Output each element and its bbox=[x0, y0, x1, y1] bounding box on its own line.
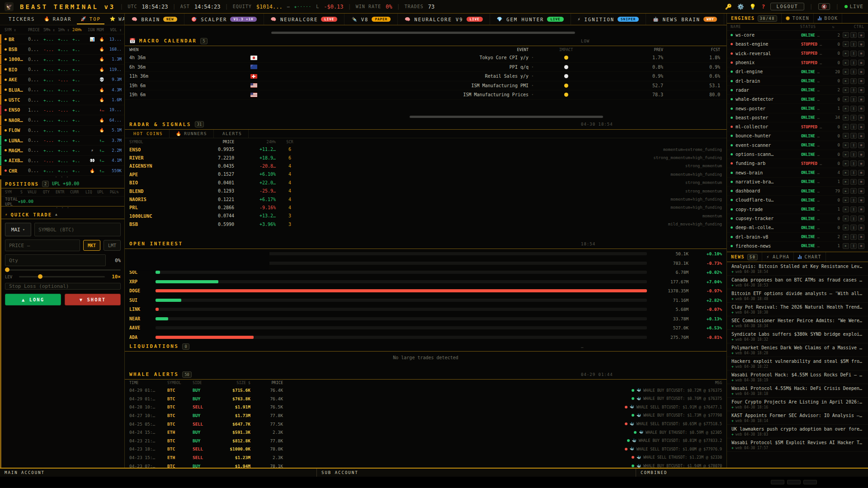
pause-button[interactable]: ∥ bbox=[850, 170, 857, 176]
mute-button[interactable]: 🔇 bbox=[818, 3, 830, 10]
stop-loss-input[interactable] bbox=[5, 283, 121, 290]
stop-button[interactable]: ■ bbox=[858, 115, 864, 121]
news-item[interactable]: Analysis: Bitcoin Stalled at Key Resista… bbox=[727, 262, 868, 276]
stop-button[interactable]: ■ bbox=[858, 78, 864, 84]
hot-coin-row[interactable]: RIVER 7.2210 +18.9… 6 strong_momentum+hi… bbox=[125, 154, 726, 162]
tab-engines[interactable]: ENGINES 30/48 bbox=[727, 14, 782, 23]
ticker-row[interactable]: USTC 0... +... +... +.. 🔥 1.6M bbox=[0, 95, 124, 105]
engine-row[interactable]: radar ONLINE … 2 ▶ ∥ ■ bbox=[727, 86, 868, 95]
open-interest-row[interactable]: DOGE 1378.35M -0.97% bbox=[125, 286, 726, 296]
pause-button[interactable]: ∥ bbox=[850, 32, 857, 38]
pause-button[interactable]: ∥ bbox=[850, 179, 857, 185]
engine-row[interactable]: whale-detector ONLINE … 0 ▶ ∥ ■ bbox=[727, 95, 868, 104]
account-tab-combined[interactable]: COMBINED bbox=[636, 469, 868, 477]
ticker-row[interactable]: CHR 0... +... +... +.. 🔥 ↑… 559K bbox=[0, 166, 124, 176]
sidebar-tab[interactable]: 🚀 TOP bbox=[77, 14, 104, 24]
pause-button[interactable]: ∥ bbox=[850, 142, 857, 148]
stop-button[interactable]: ■ bbox=[858, 106, 864, 112]
market-order-button[interactable]: MKT bbox=[83, 240, 100, 251]
play-button[interactable]: ▶ bbox=[843, 188, 849, 194]
stop-button[interactable]: ■ bbox=[858, 197, 864, 203]
engine-row[interactable]: dashboard ONLINE … 79 ▶ ∥ ■ bbox=[727, 187, 868, 196]
sidebar-tab[interactable]: TICKERS bbox=[3, 14, 38, 24]
stop-button[interactable]: ■ bbox=[858, 60, 864, 66]
play-button[interactable]: ▶ bbox=[843, 197, 849, 203]
help-icon[interactable]: ? bbox=[762, 3, 765, 10]
macro-event-row[interactable]: 19h 6m ISM Manufacturing PMI ⋆ 52.7 53.1 bbox=[125, 81, 726, 91]
ticker-row[interactable]: BIO 0... +... +... +.. 🔥 119.. bbox=[0, 65, 124, 75]
horizontal-scrollbar[interactable] bbox=[410, 116, 603, 118]
stop-button[interactable]: ■ bbox=[858, 124, 864, 130]
gear-icon[interactable]: ⚙️ bbox=[737, 4, 744, 10]
ticker-row[interactable]: MAGM… 0... +... +... +.. ⚡ ↑… 2.2M bbox=[0, 145, 124, 155]
pause-button[interactable]: ∥ bbox=[850, 60, 857, 66]
collapse-icon[interactable]: ▲ bbox=[55, 212, 57, 216]
whale-alert-row[interactable]: 04-28 10:… BTC SELL $1.91M 76.5K 🐳WHALE … bbox=[125, 403, 726, 412]
stop-button[interactable]: ■ bbox=[858, 179, 864, 185]
hot-coin-row[interactable]: ENSO 0.9935 +11.2… 6 momentum+extreme_fu… bbox=[125, 145, 726, 154]
engine-row[interactable]: drl-brain ONLINE … 0 ▶ ∥ ■ bbox=[727, 76, 868, 85]
play-button[interactable]: ▶ bbox=[843, 32, 849, 38]
slider-handle[interactable] bbox=[38, 274, 42, 279]
nav-tab[interactable]: 🧠 BRAIN NEW bbox=[125, 14, 184, 25]
tab-alpha[interactable]: ⚡ ALPHA bbox=[762, 252, 794, 262]
pause-button[interactable]: ∥ bbox=[850, 243, 857, 249]
pause-button[interactable]: ∥ bbox=[850, 188, 857, 194]
taskbar-button[interactable] bbox=[771, 480, 784, 484]
stop-button[interactable]: ■ bbox=[858, 87, 864, 93]
engine-row[interactable]: news-poster ONLINE … 1 ▶ ∥ ■ bbox=[727, 104, 868, 113]
quantity-input[interactable] bbox=[5, 254, 106, 266]
col-1h[interactable]: 1H% ↕ bbox=[58, 28, 72, 32]
nav-tab[interactable]: 🎯 SCALPER V1.3 +1H bbox=[184, 14, 264, 25]
whale-alert-row[interactable]: 04-25 05:… BTC SELL $647.7K 77.5K 🐳WHALE… bbox=[125, 420, 726, 428]
pause-button[interactable]: ∥ bbox=[850, 160, 857, 166]
radar-tab[interactable]: HOT COINS bbox=[125, 130, 170, 138]
hot-coin-row[interactable]: AIGENSYN 0.0435 -20.8… 4 strong_momentum bbox=[125, 162, 726, 170]
macro-event-row[interactable]: 19h 6m ISM Manufacturing Prices ⋆ 78.3 8… bbox=[125, 90, 726, 100]
play-button[interactable]: ▶ bbox=[843, 106, 849, 112]
whale-alert-row[interactable]: 04-29 01:… BTC BUY $715.6K 76.4K 🐳WHALE … bbox=[125, 386, 726, 394]
ticker-row[interactable]: FLOW 0... +... +... +.. 🔥 5.1M bbox=[0, 126, 124, 136]
engine-row[interactable]: copy-trade ONLINE … 1 ▶ ∥ ■ bbox=[727, 205, 868, 214]
play-button[interactable]: ▶ bbox=[843, 151, 849, 157]
whale-alert-row[interactable]: 04-24 15:… ETH BUY $591.3K 2.3K 🐳WHALE B… bbox=[125, 428, 726, 436]
bulb-icon[interactable]: 💡 bbox=[750, 4, 756, 10]
news-item[interactable]: Polymarket Denies Dark Web Claims of a M… bbox=[727, 343, 868, 357]
engine-row[interactable]: ml-collector STOPPED … 0 ▶ ∥ ■ bbox=[727, 122, 868, 131]
pause-button[interactable]: ∥ bbox=[850, 115, 857, 121]
play-button[interactable]: ▶ bbox=[843, 60, 849, 66]
account-tab-main[interactable]: MAIN ACCOUNT bbox=[0, 469, 316, 477]
pause-button[interactable]: ∥ bbox=[850, 151, 857, 157]
whale-alert-row[interactable]: 04-23 15:… ETH SELL $1.23M 2.3K 🐳WHALE S… bbox=[125, 453, 726, 462]
ticker-row[interactable]: BLUA… 0... +... +... +.. 🔥 4.3M bbox=[0, 85, 124, 95]
news-item[interactable]: Wasabi Protocol $5M Exploit Revives AI H… bbox=[727, 438, 868, 452]
play-button[interactable]: ▶ bbox=[843, 179, 849, 185]
stop-button[interactable]: ■ bbox=[858, 96, 864, 102]
engine-row[interactable]: ws-core ONLINE … 2 ▶ ∥ ■ bbox=[727, 31, 868, 40]
nav-tab[interactable]: ⚡ IGNITION SNIPER bbox=[571, 14, 646, 25]
pause-button[interactable]: ∥ bbox=[850, 96, 857, 102]
tab-chart[interactable]: CHART bbox=[794, 252, 826, 262]
stop-button[interactable]: ■ bbox=[858, 142, 864, 148]
stop-button[interactable]: ■ bbox=[858, 243, 864, 249]
pause-button[interactable]: ∥ bbox=[850, 124, 857, 130]
whale-alert-row[interactable]: 04-23 18:… BTC SELL $1000.0K 78.0K 🐳WHAL… bbox=[125, 445, 726, 454]
stop-button[interactable]: ■ bbox=[858, 170, 864, 176]
quick-trade-header[interactable]: ⚡ QUICK TRADE ▲ bbox=[1, 210, 124, 219]
symbol-input[interactable] bbox=[34, 223, 121, 236]
stop-button[interactable]: ■ bbox=[858, 151, 864, 157]
nav-tab[interactable]: 🧠 NEURALCORE V9 LIVE bbox=[398, 14, 490, 25]
news-item[interactable]: SEC Commissioner Hester Peirce Admits: "… bbox=[727, 316, 868, 330]
price-input[interactable] bbox=[5, 239, 80, 251]
hot-coin-row[interactable]: BSB 0.5990 +3.96% 3 mild_move+high_fundi… bbox=[125, 220, 726, 228]
pause-button[interactable]: ∥ bbox=[850, 234, 857, 240]
stop-button[interactable]: ■ bbox=[858, 225, 864, 230]
whale-alert-row[interactable]: 04-27 10:… BTC BUY $1.73M 77.8K 🐳WHALE B… bbox=[125, 411, 726, 420]
engine-row[interactable]: phoenix STOPPED … 0 ▶ ∥ ■ bbox=[727, 58, 868, 67]
play-button[interactable]: ▶ bbox=[843, 234, 849, 240]
engine-row[interactable]: drl-brain-v8 ONLINE … 2 ▶ ∥ ■ bbox=[727, 233, 868, 242]
tab-token[interactable]: TOKEN bbox=[782, 14, 814, 23]
resize-handle[interactable]: ∙ ∙ ∙ bbox=[0, 176, 124, 179]
engine-row[interactable]: cupsey-tracker ONLINE … 0 ▶ ∥ ■ bbox=[727, 214, 868, 223]
engine-row[interactable]: firehose-news ONLINE … 1 ▶ ∥ ■ bbox=[727, 242, 868, 251]
